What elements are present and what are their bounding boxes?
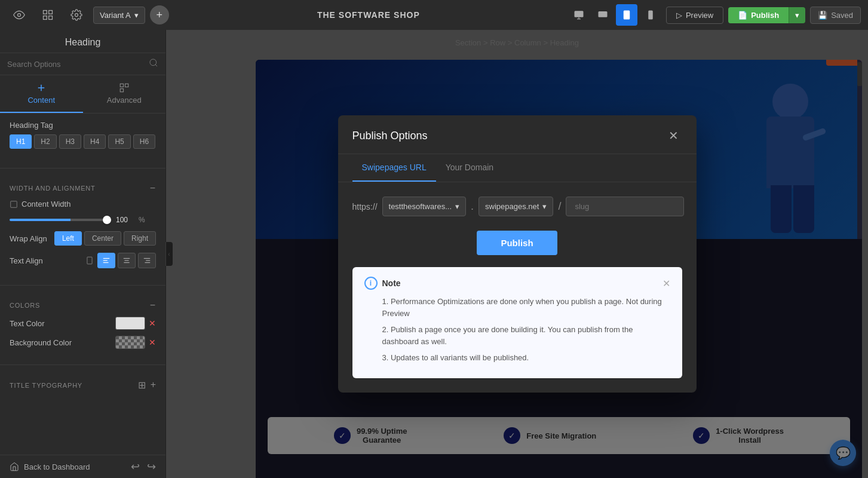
eye-icon[interactable]	[7, 3, 31, 27]
subdomain-chevron-icon: ▾	[455, 202, 459, 211]
slug-input[interactable]	[566, 197, 684, 216]
top-bar: Variant A ▾ + THE SOFTWARE SHOP ▷ Previe…	[0, 0, 868, 30]
content-width-unit: %	[139, 216, 145, 224]
publish-dropdown-button[interactable]: ▾	[789, 7, 805, 23]
note-item-3: 3. Updates to all variants will be publi…	[382, 352, 670, 364]
typography-header: TITLE TYPOGRAPHY ⊞ +	[10, 379, 156, 391]
grid-icon[interactable]	[36, 3, 60, 27]
main-content: Heading Content Advanced Heading Tag H1 …	[0, 30, 868, 478]
wrap-align-buttons: Left Center Right	[54, 231, 156, 246]
panel-tabs: Content Advanced	[0, 75, 165, 114]
text-align-center-button[interactable]	[118, 253, 136, 268]
search-bar	[0, 53, 165, 75]
wrap-align-left-button[interactable]: Left	[54, 231, 82, 246]
modal-title: Publish Options	[352, 130, 428, 142]
tab-swipepages-url[interactable]: Swipepages URL	[352, 154, 436, 182]
tab-content[interactable]: Content	[0, 75, 83, 113]
bottom-controls: Back to Dashboard ↩ ↪	[0, 455, 165, 478]
domain-selector[interactable]: swipepages.net ▾	[479, 197, 553, 216]
back-undo-row: Back to Dashboard ↩ ↪	[0, 455, 165, 478]
h4-button[interactable]: H4	[84, 134, 106, 149]
preview-button[interactable]: ▷ Preview	[666, 7, 723, 24]
saved-button[interactable]: 💾 Saved	[810, 7, 861, 24]
collapse-width-button[interactable]: −	[150, 183, 156, 194]
content-width-row: Content Width	[10, 200, 156, 209]
bg-color-label: Background Color	[10, 338, 72, 347]
note-item-1: 1. Performance Optimizations are done on…	[382, 296, 670, 319]
note-close-button[interactable]: ✕	[662, 278, 670, 289]
desktop-view-icon[interactable]	[568, 4, 590, 26]
svg-rect-1	[44, 11, 47, 14]
left-panel: Heading Content Advanced Heading Tag H1 …	[0, 30, 166, 478]
typography-grid-icon[interactable]: ⊞	[138, 379, 146, 391]
undo-redo-buttons: ↩ ↪	[131, 460, 156, 473]
tablet-view-icon[interactable]	[616, 4, 637, 26]
text-color-swatch-wrap: ✕	[115, 317, 156, 330]
svg-rect-9	[598, 11, 607, 17]
h3-button[interactable]: H3	[59, 134, 81, 149]
svg-rect-12	[648, 11, 653, 20]
url-slash-separator: /	[558, 200, 561, 213]
mobile-view-icon[interactable]	[640, 4, 661, 26]
tab-your-domain[interactable]: Your Domain	[436, 154, 503, 182]
site-title: THE SOFTWARE SHOP	[174, 10, 563, 20]
text-align-left-button[interactable]	[97, 253, 115, 268]
typography-add-icon[interactable]: +	[151, 379, 156, 391]
add-element-button[interactable]: +	[150, 5, 169, 24]
modal-tabs: Swipepages URL Your Domain	[338, 154, 697, 182]
divider-3	[0, 364, 165, 365]
publish-action-button[interactable]: Publish	[477, 231, 557, 255]
svg-rect-2	[49, 11, 53, 14]
text-color-row: Text Color ✕	[10, 317, 156, 330]
content-width-slider-row: 100 %	[10, 216, 156, 224]
publish-button[interactable]: 📄 Publish	[728, 7, 789, 23]
text-align-row: Text Align	[10, 253, 156, 268]
publish-options-modal: Publish Options ✕ Swipepages URL Your Do…	[338, 115, 697, 393]
svg-rect-16	[125, 84, 128, 87]
bg-color-swatch[interactable]	[115, 336, 145, 349]
wrap-align-label: Wrap Align	[10, 234, 47, 243]
redo-button[interactable]: ↪	[147, 460, 156, 473]
subdomain-selector[interactable]: testthesoftwares... ▾	[382, 197, 467, 216]
note-title: Note	[382, 278, 401, 288]
settings-icon[interactable]	[65, 3, 88, 27]
modal-close-button[interactable]: ✕	[665, 127, 682, 144]
back-to-dashboard-button[interactable]: Back to Dashboard	[10, 462, 90, 471]
note-list: 1. Performance Optimizations are done on…	[364, 296, 670, 364]
text-color-swatch[interactable]	[115, 317, 145, 330]
typography-label: TITLE TYPOGRAPHY	[10, 382, 82, 389]
typography-section: TITLE TYPOGRAPHY ⊞ +	[0, 372, 165, 398]
h5-button[interactable]: H5	[108, 134, 130, 149]
content-width-slider[interactable]	[10, 219, 111, 221]
url-prefix: https://	[352, 202, 378, 212]
modal-overlay: Publish Options ✕ Swipepages URL Your Do…	[166, 30, 868, 478]
variant-selector[interactable]: Variant A ▾	[93, 7, 145, 24]
svg-point-0	[18, 14, 21, 17]
bg-color-remove-button[interactable]: ✕	[149, 338, 156, 347]
collapse-colors-button[interactable]: −	[150, 300, 156, 311]
heading-tag-label: Heading Tag	[10, 121, 156, 130]
wrap-align-right-button[interactable]: Right	[124, 231, 156, 246]
divider-2	[0, 285, 165, 286]
svg-point-5	[75, 14, 78, 17]
h6-button[interactable]: H6	[133, 134, 155, 149]
svg-rect-15	[120, 84, 123, 87]
text-align-right-button[interactable]	[138, 253, 156, 268]
content-width-value: 100	[116, 216, 134, 224]
tab-advanced[interactable]: Advanced	[83, 75, 166, 113]
h1-button[interactable]: H1	[10, 134, 32, 149]
heading-tag-row: H1 H2 H3 H4 H5 H6	[10, 134, 156, 149]
text-align-controls	[85, 253, 156, 268]
wrap-align-center-button[interactable]: Center	[84, 231, 121, 246]
url-dot-separator: .	[471, 200, 474, 213]
h2-button[interactable]: H2	[34, 134, 56, 149]
bg-color-row: Background Color ✕	[10, 336, 156, 349]
text-color-remove-button[interactable]: ✕	[149, 318, 156, 328]
divider-1	[0, 168, 165, 168]
undo-button[interactable]: ↩	[131, 460, 140, 473]
laptop-view-icon[interactable]	[592, 4, 614, 26]
note-header: i Note ✕	[364, 277, 670, 290]
search-input[interactable]	[7, 60, 144, 69]
content-width-label: Content Width	[10, 200, 70, 209]
svg-rect-4	[49, 16, 53, 20]
